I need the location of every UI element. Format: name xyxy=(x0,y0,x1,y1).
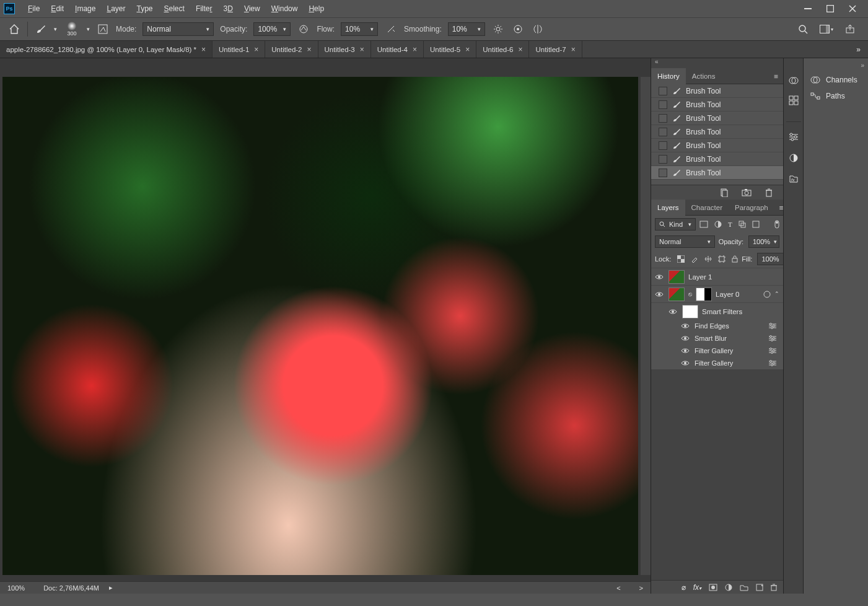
smoothing-dropdown[interactable]: 10%▾ xyxy=(448,22,485,36)
close-icon[interactable]: × xyxy=(518,45,522,54)
document-tab[interactable]: Untitled-1× xyxy=(213,41,265,58)
history-item[interactable]: Brush Tool xyxy=(651,98,783,112)
layer-name[interactable]: Layer 0 xyxy=(716,291,739,298)
window-close-icon[interactable] xyxy=(847,4,858,13)
smart-filters-row[interactable]: Smart Filters xyxy=(651,302,783,320)
flow-dropdown[interactable]: 10%▾ xyxy=(341,22,378,36)
menu-select[interactable]: Select xyxy=(159,0,190,17)
close-icon[interactable]: × xyxy=(465,45,470,54)
history-item[interactable]: Brush Tool xyxy=(651,139,783,152)
history-item[interactable]: Brush Tool xyxy=(651,84,783,98)
tab-layers[interactable]: Layers xyxy=(651,200,685,216)
doc-size-readout[interactable]: Doc: 2,76M/6,44M xyxy=(43,584,99,592)
adjustment-icon[interactable] xyxy=(725,584,732,591)
canvas-scrollbar[interactable] xyxy=(641,77,651,575)
document-tab[interactable]: apple-2788662_1280.jpg @ 100% (Layer 0, … xyxy=(0,41,213,58)
tab-overflow-icon[interactable]: » xyxy=(849,41,868,58)
document-tab[interactable]: Untitled-3× xyxy=(318,41,371,58)
collapse-icon[interactable]: » xyxy=(861,62,864,72)
menu-file[interactable]: File xyxy=(22,0,45,17)
window-maximize-icon[interactable] xyxy=(825,4,836,13)
filter-row[interactable]: Find Edges xyxy=(651,320,783,332)
menu-image[interactable]: Image xyxy=(69,0,101,17)
menu-3d[interactable]: 3D xyxy=(218,0,239,17)
symmetry-icon[interactable] xyxy=(531,22,545,36)
document-tab[interactable]: Untitled-7× xyxy=(529,41,582,58)
libraries-icon[interactable]: fx xyxy=(787,173,800,185)
panel-paths[interactable]: Paths xyxy=(804,88,868,104)
visibility-icon[interactable] xyxy=(655,291,665,297)
swatches-icon[interactable] xyxy=(787,94,800,107)
layer-name[interactable]: Layer 1 xyxy=(688,273,712,281)
menu-layer[interactable]: Layer xyxy=(101,0,131,17)
layer-opacity-dropdown[interactable]: 100%▾ xyxy=(748,235,779,248)
document-tab[interactable]: Untitled-6× xyxy=(476,41,529,58)
home-icon[interactable] xyxy=(7,22,21,36)
visibility-icon[interactable] xyxy=(681,335,690,341)
adjustments-icon[interactable] xyxy=(787,131,800,143)
document-tab[interactable]: Untitled-4× xyxy=(371,41,424,58)
opacity-dropdown[interactable]: 100%▾ xyxy=(253,22,291,36)
search-icon[interactable] xyxy=(796,22,810,36)
document-tab[interactable]: Untitled-2× xyxy=(265,41,318,58)
filter-smart-icon[interactable] xyxy=(752,221,760,228)
create-document-icon[interactable] xyxy=(717,186,731,200)
history-item[interactable]: Brush Tool xyxy=(651,152,783,166)
filter-options-icon[interactable] xyxy=(768,348,783,354)
camera-icon[interactable] xyxy=(740,186,753,200)
styles-icon[interactable] xyxy=(787,152,800,164)
filter-options-icon[interactable] xyxy=(768,323,783,329)
history-item[interactable]: Brush Tool xyxy=(651,166,783,180)
history-item[interactable]: Brush Tool xyxy=(651,125,783,139)
tab-actions[interactable]: Actions xyxy=(686,68,722,84)
trash-icon[interactable] xyxy=(762,186,776,200)
lock-transparency-icon[interactable] xyxy=(677,255,685,263)
layer-row[interactable]: ⎋ Layer 0 ⌃ xyxy=(651,285,783,302)
new-layer-icon[interactable] xyxy=(756,584,763,591)
layer-filter-kind[interactable]: Kind▾ xyxy=(655,218,696,231)
window-minimize-icon[interactable] xyxy=(802,4,813,13)
mode-dropdown[interactable]: Normal▾ xyxy=(142,22,214,36)
mask-thumb[interactable] xyxy=(696,288,712,301)
visibility-icon[interactable] xyxy=(681,323,690,329)
share-icon[interactable] xyxy=(843,22,857,36)
lock-artboard-icon[interactable] xyxy=(718,255,726,263)
link-layers-icon[interactable]: ⌀ xyxy=(682,583,686,592)
visibility-icon[interactable] xyxy=(669,309,678,315)
filter-toggle[interactable] xyxy=(774,220,779,229)
visibility-icon[interactable] xyxy=(681,360,690,366)
filter-row[interactable]: Filter Gallery xyxy=(651,357,783,369)
filter-pixel-icon[interactable] xyxy=(699,221,708,228)
visibility-icon[interactable] xyxy=(655,274,665,280)
tool-brush-icon[interactable] xyxy=(34,22,48,36)
filter-row[interactable]: Filter Gallery xyxy=(651,345,783,357)
color-icon[interactable] xyxy=(787,74,800,87)
close-icon[interactable]: × xyxy=(254,45,258,54)
lock-move-icon[interactable] xyxy=(704,255,712,263)
blend-mode-dropdown[interactable]: Normal▾ xyxy=(655,235,715,248)
menu-window[interactable]: Window xyxy=(266,0,304,17)
tab-character[interactable]: Character xyxy=(685,200,729,216)
layer-row[interactable]: Layer 1 xyxy=(651,268,783,285)
expand-icon[interactable]: ⌃ xyxy=(774,291,779,298)
close-icon[interactable]: × xyxy=(360,45,364,54)
brush-panel-icon[interactable] xyxy=(96,22,110,36)
canvas[interactable] xyxy=(2,77,638,575)
workspace-icon[interactable]: ▾ xyxy=(820,22,833,36)
menu-type[interactable]: Type xyxy=(131,0,158,17)
menu-edit[interactable]: Edit xyxy=(45,0,69,17)
filter-mask-thumb[interactable] xyxy=(682,305,698,318)
pressure-size-icon[interactable] xyxy=(511,22,525,36)
zoom-readout[interactable]: 100% xyxy=(7,584,25,592)
brush-preset-picker[interactable]: 300 xyxy=(63,20,81,38)
document-tab[interactable]: Untitled-5× xyxy=(424,41,476,58)
panel-menu-icon[interactable]: ≡ xyxy=(769,72,783,80)
close-icon[interactable]: × xyxy=(571,45,576,54)
lock-all-icon[interactable] xyxy=(732,255,738,263)
pressure-opacity-icon[interactable] xyxy=(297,22,310,36)
close-icon[interactable]: × xyxy=(413,45,417,54)
tab-paragraph[interactable]: Paragraph xyxy=(729,200,774,216)
filter-options-icon[interactable] xyxy=(768,360,783,366)
close-icon[interactable]: × xyxy=(307,45,312,54)
airbrush-icon[interactable] xyxy=(384,22,398,36)
